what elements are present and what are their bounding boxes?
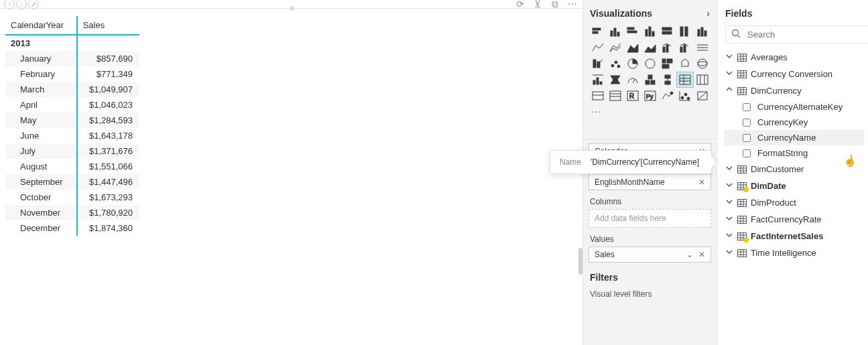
table-row[interactable]: August$1,551,066 — [5, 159, 139, 174]
viz-type-34[interactable] — [694, 88, 710, 103]
field-checkbox[interactable] — [743, 134, 751, 142]
viz-type-14[interactable] — [590, 56, 606, 71]
viz-type-25[interactable] — [660, 72, 676, 87]
field-chip[interactable]: Sales⌄✕ — [589, 247, 710, 262]
header-calendaryear[interactable]: CalendarYear — [5, 16, 77, 35]
remove-icon[interactable]: ✕ — [697, 250, 706, 259]
field-checkbox[interactable] — [743, 103, 751, 111]
table-row[interactable]: January$857,690 — [5, 51, 139, 66]
sales-cell: $1,643,178 — [77, 128, 139, 143]
table-node-currency-conversion[interactable]: Currency Conversion — [724, 66, 864, 82]
table-row[interactable]: June$1,643,178 — [5, 128, 139, 143]
chevron-icon[interactable] — [725, 232, 733, 240]
viz-type-29[interactable] — [607, 88, 623, 103]
viz-type-16[interactable] — [625, 56, 641, 71]
table-row[interactable]: March$1,049,907 — [5, 82, 139, 97]
field-formatstring[interactable]: FormatString — [724, 145, 864, 161]
viz-type-18[interactable] — [660, 56, 676, 71]
viz-type-26[interactable] — [677, 72, 693, 87]
viz-type-17[interactable] — [642, 56, 658, 71]
viz-type-22[interactable] — [607, 72, 623, 87]
viz-type-23[interactable] — [625, 72, 641, 87]
collapse-pane-icon[interactable]: › — [706, 8, 710, 19]
viz-type-24[interactable] — [642, 72, 658, 87]
table-row[interactable]: July$1,371,676 — [5, 143, 139, 159]
viz-type-1[interactable] — [607, 24, 623, 39]
drag-grip-icon[interactable]: ≡ — [290, 4, 293, 13]
field-checkbox[interactable] — [743, 119, 751, 127]
svg-line-77 — [738, 36, 741, 38]
viz-type-10[interactable] — [642, 40, 658, 55]
viz-type-3[interactable] — [642, 24, 658, 39]
svg-point-66 — [687, 97, 690, 100]
viz-type-12[interactable] — [677, 40, 693, 55]
report-canvas[interactable]: ↑ ↓ ⤢ ≡ ⟳ ⊻ ⧉ ⋯ CalendarYear Sales 2013J… — [0, 0, 582, 345]
table-node-factcurrencyrate[interactable]: FactCurrencyRate — [724, 211, 864, 228]
table-row[interactable]: November$1,780,920 — [5, 205, 139, 220]
field-currencyname[interactable]: CurrencyName — [724, 130, 864, 145]
viz-type-13[interactable] — [694, 40, 710, 55]
field-checkbox[interactable] — [743, 149, 751, 157]
values-field-well[interactable]: Sales⌄✕ — [588, 247, 711, 263]
viz-type-20[interactable] — [694, 56, 710, 71]
columns-field-well[interactable]: Add data fields here — [588, 209, 711, 228]
field-currencyalternatekey[interactable]: CurrencyAlternateKey — [724, 99, 864, 115]
year-cell[interactable]: 2013 — [5, 35, 77, 51]
table-node-dimdate[interactable]: DimDate — [724, 178, 864, 194]
copy-icon[interactable]: ⧉ — [549, 0, 561, 9]
viz-type-15[interactable] — [607, 56, 623, 71]
chevron-icon[interactable] — [725, 86, 733, 94]
viz-type-31[interactable]: Py — [642, 88, 658, 103]
viz-type-0[interactable] — [590, 24, 606, 39]
viz-type-9[interactable] — [625, 40, 641, 55]
viz-type-30[interactable]: R — [625, 88, 641, 103]
chevron-down-icon[interactable]: ⌄ — [685, 250, 694, 259]
chevron-icon[interactable] — [725, 249, 733, 257]
table-node-dimcurrency[interactable]: DimCurrency — [724, 82, 864, 99]
remove-icon[interactable]: ✕ — [697, 178, 706, 187]
fields-search[interactable] — [725, 25, 868, 44]
table-row[interactable]: April$1,046,023 — [5, 97, 139, 113]
more-icon[interactable]: ⋯ — [566, 0, 578, 9]
table-row[interactable]: February$771,349 — [5, 66, 139, 82]
matrix-visual[interactable]: CalendarYear Sales 2013January$857,690Fe… — [5, 16, 139, 236]
more-visuals-icon[interactable]: ··· — [590, 103, 710, 118]
table-node-averages[interactable]: Averages — [724, 49, 864, 66]
chevron-icon[interactable] — [725, 165, 733, 173]
viz-type-19[interactable] — [677, 56, 693, 71]
viz-type-11[interactable] — [660, 40, 676, 55]
chevron-icon[interactable] — [725, 70, 733, 78]
focus-icon[interactable]: ⊻ — [532, 0, 544, 9]
table-row[interactable]: December$1,874,360 — [5, 220, 139, 236]
pin-icon[interactable]: ⟳ — [514, 0, 526, 9]
field-chip[interactable]: EnglishMonthName✕ — [589, 174, 710, 190]
viz-type-21[interactable] — [590, 72, 606, 87]
chevron-icon[interactable] — [725, 53, 733, 61]
viz-type-2[interactable] — [625, 24, 641, 39]
viz-type-6[interactable] — [694, 24, 710, 39]
table-node-dimcustomer[interactable]: DimCustomer — [724, 161, 864, 178]
viz-type-27[interactable] — [694, 72, 710, 87]
table-node-factinternetsales[interactable]: FactInternetSales — [724, 228, 864, 245]
viz-type-7[interactable] — [590, 40, 606, 55]
field-currencykey[interactable]: CurrencyKey — [724, 115, 864, 130]
fields-pane: Fields AveragesCurrency ConversionDimCur… — [717, 0, 868, 345]
table-row[interactable]: September$1,447,496 — [5, 174, 139, 190]
viz-type-33[interactable] — [677, 88, 693, 103]
chevron-icon[interactable] — [725, 215, 733, 223]
fields-search-input[interactable] — [746, 29, 863, 40]
table-node-dimproduct[interactable]: DimProduct — [724, 194, 864, 211]
table-row[interactable]: October$1,673,293 — [5, 190, 139, 205]
viz-type-4[interactable] — [660, 24, 676, 39]
svg-rect-3 — [614, 28, 616, 36]
viz-type-5[interactable] — [677, 24, 693, 39]
chevron-icon[interactable] — [725, 198, 733, 206]
chevron-icon[interactable] — [725, 182, 733, 190]
viz-type-8[interactable] — [607, 40, 623, 55]
table-row[interactable]: May$1,284,593 — [5, 113, 139, 128]
header-sales[interactable]: Sales — [77, 16, 139, 35]
visual-level-filters-label[interactable]: Visual level filters — [590, 289, 710, 299]
viz-type-32[interactable] — [660, 88, 676, 103]
viz-type-28[interactable] — [590, 88, 606, 103]
table-node-time-intelligence[interactable]: Time Intelligence — [724, 245, 864, 261]
